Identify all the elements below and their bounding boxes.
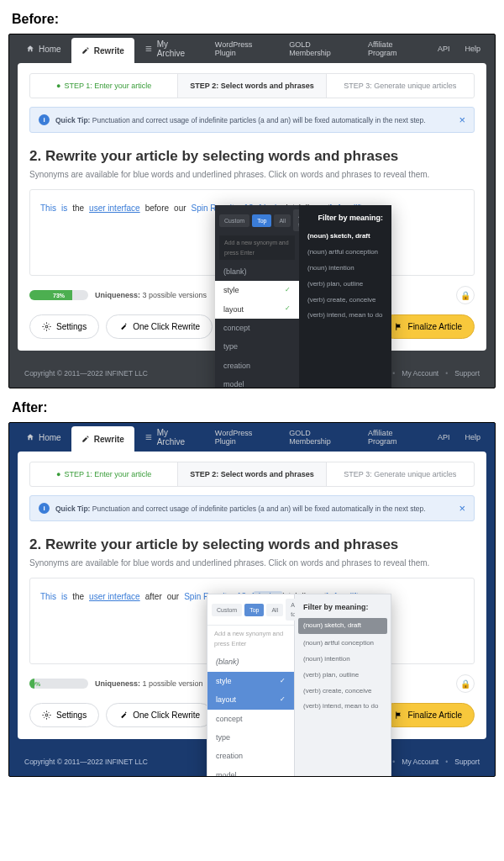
flag-icon — [394, 710, 403, 720]
meaning[interactable]: (verb) plan, outline — [307, 277, 383, 293]
step-3[interactable]: STEP 3: Generate unique articles — [327, 74, 474, 98]
opt[interactable]: model — [207, 766, 294, 777]
link-affiliate[interactable]: Affiliate Program — [360, 429, 430, 446]
meaning[interactable]: (verb) intend, mean to do — [303, 699, 382, 715]
tab-archive[interactable]: My Archive — [134, 34, 207, 63]
tab-rewrite[interactable]: Rewrite — [71, 38, 134, 63]
step-3[interactable]: STEP 3: Generate unique articles — [327, 462, 474, 486]
step-1[interactable]: ●STEP 1: Enter your article — [30, 74, 177, 98]
tab-archive[interactable]: My Archive — [134, 423, 207, 452]
synonym-input[interactable]: Add a new synonym and press Enter — [219, 235, 295, 259]
settings-button[interactable]: Settings — [29, 703, 99, 727]
meaning-filter: Filter by meaning: (noun) sketch, draft … — [299, 205, 391, 388]
home-icon — [26, 45, 34, 53]
step-2[interactable]: STEP 2: Select words and phrases — [177, 462, 326, 486]
phrase-ui[interactable]: user interface — [89, 203, 140, 213]
opt[interactable]: creation — [215, 357, 299, 375]
opt[interactable]: creation — [207, 747, 294, 765]
editor-area[interactable]: This is the user interface after our Spi… — [29, 578, 475, 664]
info-icon: i — [39, 114, 50, 125]
phrase-ui[interactable]: user interface — [89, 592, 140, 601]
link-wp[interactable]: WordPress Plugin — [207, 429, 281, 446]
lock-icon[interactable]: 🔒 — [456, 286, 475, 304]
flag-icon — [394, 322, 403, 331]
meaning[interactable]: (noun) sketch, draft — [298, 618, 387, 634]
nav-bar: Home Rewrite My Archive WordPress Plugin… — [9, 423, 495, 452]
link-support[interactable]: Support — [454, 369, 480, 378]
opt-layout[interactable]: layout✓ — [215, 300, 299, 319]
opt[interactable]: concept — [215, 319, 299, 337]
opt[interactable]: concept — [207, 710, 294, 728]
tab-custom[interactable]: Custom — [212, 604, 242, 616]
synonym-popup: Custom Top All Apply to all ? Add a new … — [215, 205, 391, 388]
tab-top[interactable]: Top — [244, 604, 264, 616]
tab-all[interactable]: All — [274, 214, 291, 227]
close-tip[interactable]: × — [459, 502, 465, 515]
opt-blank[interactable]: (blank) — [207, 652, 294, 671]
tab-home[interactable]: Home — [16, 423, 71, 452]
uniqueness-bar: 73% — [29, 290, 88, 300]
quick-tip: i Quick Tip: Punctuation and correct usa… — [29, 107, 475, 133]
info-icon: i — [39, 503, 50, 514]
meaning[interactable]: (noun) artful conception — [307, 245, 383, 261]
synonym-input[interactable]: Add a new synonym and press Enter — [207, 626, 294, 652]
meaning[interactable]: (noun) intention — [303, 652, 382, 668]
meaning[interactable]: (noun) intention — [307, 261, 383, 277]
oneclick-button[interactable]: One Click Rewrite — [106, 703, 213, 727]
opt[interactable]: type — [215, 337, 299, 356]
svg-point-1 — [45, 714, 48, 716]
opt[interactable]: type — [207, 728, 294, 747]
meaning[interactable]: (verb) plan, outline — [303, 668, 382, 684]
link-gold[interactable]: GOLD Membership — [281, 40, 360, 57]
meaning[interactable]: (verb) create, conceive — [303, 684, 382, 700]
screenshot-before: Home Rewrite My Archive WordPress Plugin… — [8, 34, 496, 388]
opt[interactable]: model — [215, 375, 299, 388]
pencil-icon — [81, 46, 90, 55]
tab-custom[interactable]: Custom — [219, 214, 249, 227]
finalize-button[interactable]: Finalize Article — [381, 314, 475, 339]
main-panel: ●STEP 1: Enter your article STEP 2: Sele… — [18, 452, 486, 739]
step-indicator: ●STEP 1: Enter your article STEP 2: Sele… — [29, 462, 475, 487]
link-api[interactable]: API — [430, 45, 458, 53]
settings-button[interactable]: Settings — [29, 314, 99, 339]
link-affiliate[interactable]: Affiliate Program — [360, 40, 430, 57]
opt-blank[interactable]: (blank) — [215, 262, 299, 281]
opt-style[interactable]: style✓ — [215, 281, 299, 299]
link-gold[interactable]: GOLD Membership — [281, 429, 360, 446]
meaning[interactable]: (verb) intend, mean to do — [307, 308, 383, 324]
svg-point-0 — [45, 325, 48, 328]
list-icon — [144, 45, 153, 53]
link-help[interactable]: Help — [457, 433, 488, 441]
tab-all[interactable]: All — [266, 604, 283, 616]
opt-style[interactable]: style✓ — [207, 672, 294, 690]
lock-icon[interactable]: 🔒 — [456, 674, 475, 693]
page-heading: 2. Rewrite your article by selecting wor… — [29, 536, 475, 553]
close-tip[interactable]: × — [459, 114, 465, 126]
synonym-popup: Custom Top All Apply to all ? Add a new … — [207, 594, 391, 777]
step-indicator: ●STEP 1: Enter your article STEP 2: Sele… — [29, 73, 475, 98]
step-1[interactable]: ●STEP 1: Enter your article — [30, 462, 177, 486]
link-support[interactable]: Support — [454, 758, 480, 766]
screenshot-after: Home Rewrite My Archive WordPress Plugin… — [8, 422, 496, 777]
link-account[interactable]: My Account — [402, 758, 438, 766]
link-api[interactable]: API — [430, 433, 458, 441]
wand-icon — [118, 322, 128, 331]
pencil-icon — [81, 435, 90, 443]
step-2[interactable]: STEP 2: Select words and phrases — [177, 74, 326, 98]
link-account[interactable]: My Account — [402, 369, 438, 378]
meaning[interactable]: (verb) create, conceive — [307, 293, 383, 309]
quick-tip: i Quick Tip: Punctuation and correct usa… — [29, 495, 475, 521]
finalize-button[interactable]: Finalize Article — [381, 703, 475, 727]
editor-area[interactable]: This is the user interface before our Sp… — [29, 189, 475, 276]
meaning[interactable]: (noun) sketch, draft — [307, 229, 383, 245]
link-wp[interactable]: WordPress Plugin — [207, 40, 281, 57]
tab-top[interactable]: Top — [252, 214, 271, 227]
tab-home[interactable]: Home — [16, 34, 71, 63]
before-label: Before: — [12, 12, 496, 27]
tab-rewrite[interactable]: Rewrite — [71, 426, 134, 452]
nav-links: WordPress Plugin GOLD Membership Affilia… — [207, 34, 488, 63]
oneclick-button[interactable]: One Click Rewrite — [106, 314, 213, 339]
link-help[interactable]: Help — [457, 45, 488, 53]
opt-layout[interactable]: layout✓ — [207, 690, 294, 709]
meaning[interactable]: (noun) artful conception — [303, 636, 382, 652]
